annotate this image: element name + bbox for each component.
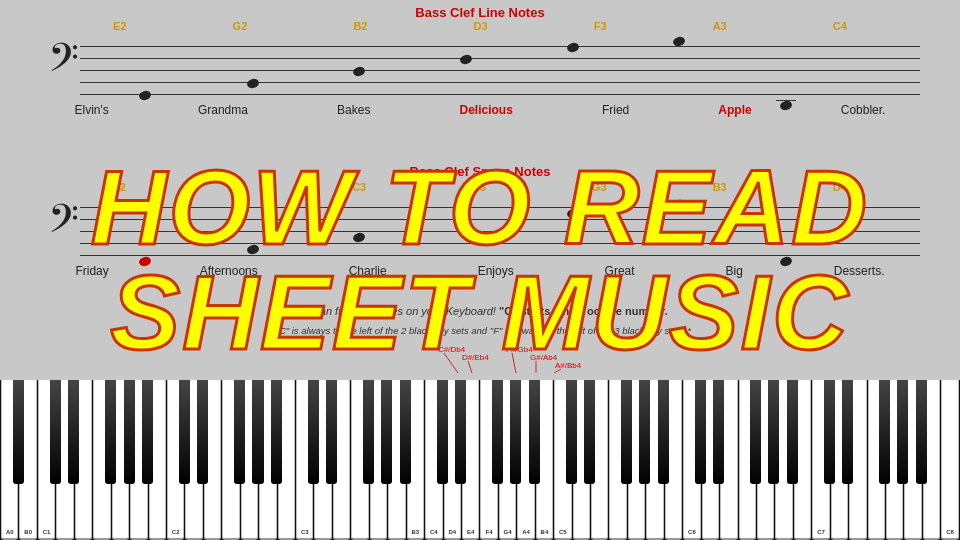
line-note-names: E2 G2 B2 D3 F3 A3 C4: [0, 20, 960, 32]
staff-line-3: [80, 70, 920, 71]
staff-line-5: [80, 94, 920, 95]
note-D3: [459, 54, 473, 66]
bass-clef-symbol-1: 𝄢: [48, 39, 79, 87]
line-staff: 𝄢: [40, 34, 920, 99]
top-section-title: Bass Clef Line Notes: [0, 5, 960, 20]
overlay-line1: HOW TO READ: [0, 155, 960, 260]
note-E2: [138, 90, 152, 102]
note-G2: [246, 78, 260, 90]
staff-line-2: [80, 58, 920, 59]
note-B2: [352, 66, 366, 78]
staff-line-1: [80, 46, 920, 47]
white-keys-row: A0B0C1C2C3B3C4D4E4F4G4A4B4C5C6C7C8: [0, 380, 960, 540]
bass-clef-line-section: E2 G2 B2 D3 F3 A3 C4 𝄢: [0, 20, 960, 123]
overlay-container: HOW TO READ SHEET MUSIC: [0, 155, 960, 365]
line-mnemonics: Elvin's Grandma Bakes Delicious Fried Ap…: [0, 103, 960, 117]
piano-container: A0B0C1C2C3B3C4D4E4F4G4A4B4C5C6C7C8: [0, 380, 960, 540]
staff-line-4: [80, 82, 920, 83]
note-F3: [566, 42, 580, 54]
ledger-line-C4: [776, 100, 796, 101]
piano-section: A0B0C1C2C3B3C4D4E4F4G4A4B4C5C6C7C8: [0, 380, 960, 540]
overlay-line2: SHEET MUSIC: [0, 260, 960, 365]
